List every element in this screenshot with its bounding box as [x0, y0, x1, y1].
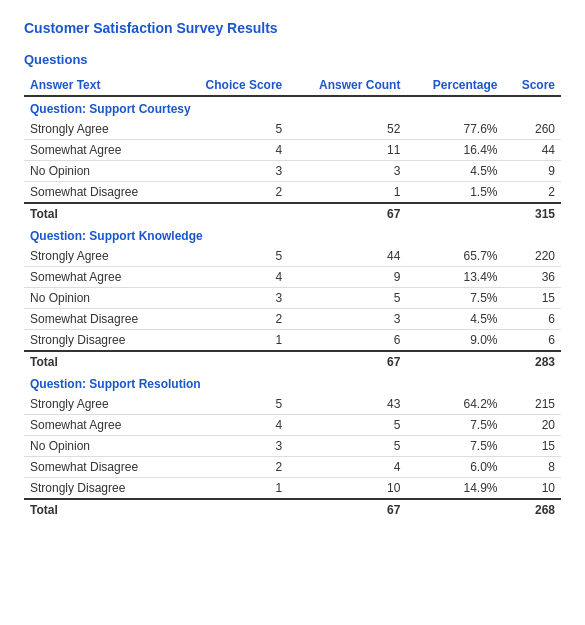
table-row: No Opinion357.5%15	[24, 436, 561, 457]
total-row-2: Total67268	[24, 499, 561, 520]
question-row-2: Question: Support Resolution	[24, 372, 561, 394]
table-row: Strongly Agree55277.6%260	[24, 119, 561, 140]
col-answer-text: Answer Text	[24, 75, 176, 96]
col-choice-score: Choice Score	[176, 75, 288, 96]
col-percentage: Percentage	[406, 75, 503, 96]
col-score: Score	[504, 75, 561, 96]
table-row: Strongly Disagree11014.9%10	[24, 478, 561, 500]
section-title: Questions	[24, 52, 561, 67]
table-row: Strongly Disagree169.0%6	[24, 330, 561, 352]
table-row: Somewhat Agree457.5%20	[24, 415, 561, 436]
total-row-0: Total67315	[24, 203, 561, 224]
table-row: Somewhat Agree41116.4%44	[24, 140, 561, 161]
total-row-1: Total67283	[24, 351, 561, 372]
col-answer-count: Answer Count	[288, 75, 406, 96]
table-row: Somewhat Disagree234.5%6	[24, 309, 561, 330]
table-row: No Opinion357.5%15	[24, 288, 561, 309]
table-row: Strongly Agree54465.7%220	[24, 246, 561, 267]
question-row-1: Question: Support Knowledge	[24, 224, 561, 246]
question-row-0: Question: Support Courtesy	[24, 96, 561, 119]
table-row: No Opinion334.5%9	[24, 161, 561, 182]
table-row: Somewhat Disagree211.5%2	[24, 182, 561, 204]
page-title: Customer Satisfaction Survey Results	[24, 20, 561, 36]
survey-results-table: Answer Text Choice Score Answer Count Pe…	[24, 75, 561, 520]
table-row: Somewhat Agree4913.4%36	[24, 267, 561, 288]
table-row: Somewhat Disagree246.0%8	[24, 457, 561, 478]
table-row: Strongly Agree54364.2%215	[24, 394, 561, 415]
